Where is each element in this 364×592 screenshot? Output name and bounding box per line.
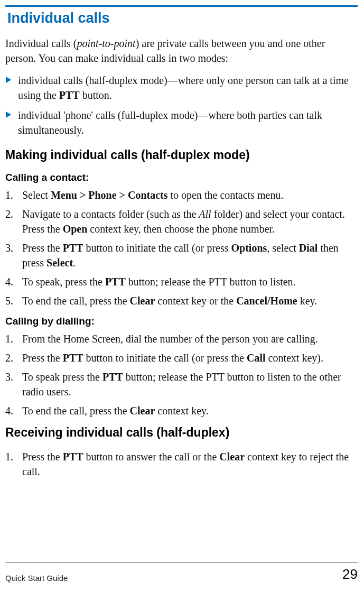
step-number: 5. [5, 293, 17, 308]
steps-calling-dial: 1. From the Home Screen, dial the number… [5, 331, 358, 418]
text-run: Press the [22, 242, 63, 254]
step-number: 4. [5, 403, 17, 418]
step-number: 1. [5, 331, 17, 346]
text-run: To speak press the [22, 371, 102, 383]
text-run: to open the contacts menu. [168, 189, 284, 201]
triangle-bullet-icon [5, 77, 12, 83]
step-text: To speak press the PTT button; release t… [22, 369, 358, 399]
svg-marker-0 [6, 77, 11, 83]
step-text: Press the PTT button to answer the call … [22, 449, 358, 479]
text-bold: Clear [219, 451, 245, 462]
step-number: 2. [5, 207, 17, 221]
step-text: To end the call, press the Clear context… [22, 403, 358, 418]
text-bold: Dial [299, 242, 318, 254]
step-number: 2. [5, 350, 17, 365]
text-run: , select [267, 242, 299, 254]
text-run: Navigate to a contacts folder (such as t… [22, 208, 199, 220]
triangle-bullet-icon [5, 112, 12, 118]
subheading-calling-dial: Calling by dialling: [5, 316, 358, 327]
text-bold: Options [231, 242, 267, 254]
text-run: . [73, 257, 76, 269]
text-bold: PTT [102, 371, 123, 383]
text-run: button; release the PTT button to listen… [126, 276, 296, 288]
text-run: Press the [22, 451, 63, 462]
step-item: 1. From the Home Screen, dial the number… [5, 331, 358, 346]
text-run: To speak, press the [22, 276, 105, 288]
text-bold: Call [247, 352, 266, 364]
list-item: individual 'phone' calls (full-duplex mo… [5, 108, 358, 137]
page-title: Individual calls [5, 5, 358, 31]
steps-calling-contact: 1. Select Menu > Phone > Contacts to ope… [5, 188, 358, 308]
step-item: 2. Navigate to a contacts folder (such a… [5, 207, 358, 236]
footer-page-number: 29 [342, 566, 358, 582]
text-run: To end the call, press the [22, 405, 130, 417]
step-number: 1. [5, 449, 17, 464]
text-bold: PTT [63, 242, 83, 254]
text-run: To end the call, press the [22, 295, 130, 307]
text-bold: Cancel/Home [236, 295, 297, 307]
page-footer: Quick Start Guide 29 [5, 562, 358, 582]
text-bold: Clear [130, 295, 155, 307]
text-bold: PTT [59, 89, 80, 101]
text-run: button to answer the call or the [83, 451, 220, 462]
text-italic: All [199, 208, 211, 220]
step-item: 4. To speak, press the PTT button; relea… [5, 274, 358, 289]
svg-marker-1 [6, 112, 11, 118]
step-number: 3. [5, 240, 17, 255]
text-run: From the Home Screen, dial the number of… [22, 333, 318, 345]
text-bold: PTT [63, 451, 83, 462]
section-heading-making: Making individual calls (half-duplex mod… [5, 148, 358, 162]
list-item-text: individual 'phone' calls (full-duplex mo… [18, 108, 358, 137]
text-run: context key, then choose the phone numbe… [87, 223, 275, 235]
step-item: 1. Press the PTT button to answer the ca… [5, 449, 358, 479]
list-item-text: individual calls (half-duplex mode)—wher… [18, 73, 358, 103]
step-item: 5. To end the call, press the Clear cont… [5, 293, 358, 308]
step-text: Select Menu > Phone > Contacts to open t… [22, 188, 358, 202]
step-item: 3. To speak press the PTT button; releas… [5, 369, 358, 399]
text-bold: PTT [105, 276, 126, 288]
text-run: individual 'phone' calls (full-duplex mo… [18, 109, 322, 136]
text-run: key. [297, 295, 318, 307]
step-item: 2. Press the PTT button to initiate the … [5, 350, 358, 365]
text-run: context key). [266, 352, 323, 364]
text-bold: Open [63, 223, 88, 235]
steps-receiving: 1. Press the PTT button to answer the ca… [5, 449, 358, 479]
text-run: button to initiate the call (or press th… [83, 352, 247, 364]
step-item: 1. Select Menu > Phone > Contacts to ope… [5, 188, 358, 202]
footer-guide-label: Quick Start Guide [5, 574, 68, 582]
step-number: 1. [5, 188, 17, 202]
intro-paragraph: Individual calls (point-to-point) are pr… [5, 36, 356, 66]
section-heading-receiving: Receiving individual calls (half-duplex) [5, 426, 358, 440]
text-run: Individual calls ( [5, 38, 77, 49]
step-number: 4. [5, 274, 17, 289]
list-item: individual calls (half-duplex mode)—wher… [5, 73, 358, 103]
text-bold: Select [46, 257, 73, 269]
text-run: context key or the [155, 295, 236, 307]
subheading-calling-contact: Calling a contact: [5, 172, 358, 183]
text-run: Select [22, 189, 51, 201]
step-item: 3. Press the PTT button to initiate the … [5, 240, 358, 270]
text-bold: Clear [130, 405, 155, 417]
step-text: To end the call, press the Clear context… [22, 293, 358, 308]
text-run: context key. [155, 405, 208, 417]
step-item: 4. To end the call, press the Clear cont… [5, 403, 358, 418]
text-run: Press the [22, 352, 63, 364]
text-bold: PTT [63, 352, 83, 364]
mode-list: individual calls (half-duplex mode)—wher… [5, 73, 358, 137]
step-text: Navigate to a contacts folder (such as t… [22, 207, 358, 236]
text-run: button to initiate the call (or press [83, 242, 231, 254]
text-bold: Menu > Phone > Contacts [51, 189, 168, 201]
text-italic: point-to-point [77, 38, 136, 49]
step-text: Press the PTT button to initiate the cal… [22, 240, 358, 270]
step-number: 3. [5, 369, 17, 384]
step-text: From the Home Screen, dial the number of… [22, 331, 358, 346]
step-text: To speak, press the PTT button; release … [22, 274, 358, 289]
step-text: Press the PTT button to initiate the cal… [22, 350, 358, 365]
page-content: Individual calls Individual calls (point… [0, 0, 364, 479]
text-run: button. [80, 89, 112, 101]
